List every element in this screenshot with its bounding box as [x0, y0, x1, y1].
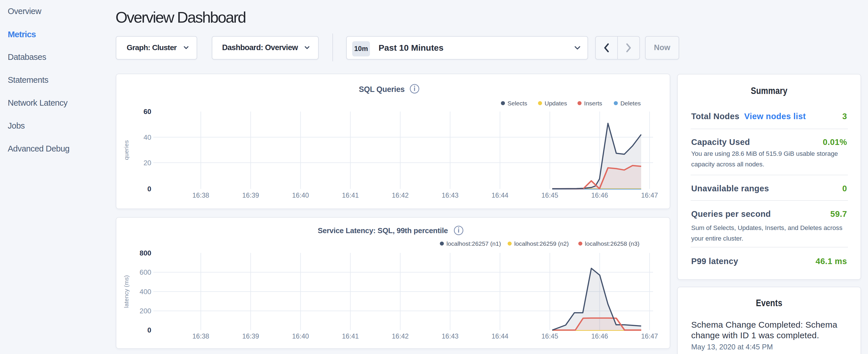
svg-text:600: 600	[140, 268, 151, 276]
svg-text:400: 400	[140, 288, 151, 296]
svg-text:16:44: 16:44	[492, 192, 508, 199]
svg-text:16:47: 16:47	[641, 332, 658, 340]
svg-text:800: 800	[140, 249, 151, 257]
svg-text:latency (ms): latency (ms)	[123, 275, 129, 308]
svg-text:Inserts: Inserts	[584, 100, 602, 106]
svg-text:localhost:26257 (n1): localhost:26257 (n1)	[446, 240, 501, 247]
svg-text:16:40: 16:40	[292, 192, 309, 199]
svg-text:queries: queries	[123, 140, 129, 160]
svg-text:16:38: 16:38	[192, 192, 209, 199]
svg-text:Updates: Updates	[545, 100, 567, 106]
svg-text:16:45: 16:45	[541, 192, 558, 199]
svg-text:16:41: 16:41	[342, 332, 359, 340]
svg-text:16:42: 16:42	[392, 192, 409, 199]
svg-text:0: 0	[147, 185, 151, 193]
svg-text:Selects: Selects	[507, 100, 527, 106]
svg-text:16:42: 16:42	[392, 332, 409, 340]
svg-text:16:41: 16:41	[342, 192, 359, 199]
svg-text:20: 20	[144, 159, 151, 167]
svg-text:16:43: 16:43	[442, 332, 459, 340]
svg-text:60: 60	[144, 108, 151, 116]
svg-text:16:38: 16:38	[192, 332, 209, 340]
svg-text:16:45: 16:45	[541, 332, 558, 340]
svg-text:16:44: 16:44	[492, 332, 508, 340]
svg-text:16:39: 16:39	[242, 332, 259, 340]
svg-text:localhost:26259 (n2): localhost:26259 (n2)	[514, 240, 568, 247]
svg-text:40: 40	[144, 133, 151, 141]
svg-text:0: 0	[147, 326, 151, 334]
svg-text:16:46: 16:46	[591, 192, 608, 199]
svg-text:16:40: 16:40	[292, 332, 309, 340]
svg-text:localhost:26258 (n3): localhost:26258 (n3)	[585, 240, 639, 247]
svg-text:16:39: 16:39	[242, 192, 259, 199]
svg-text:16:47: 16:47	[641, 192, 658, 199]
svg-text:16:46: 16:46	[591, 332, 608, 340]
svg-text:SQL Queries: SQL Queries	[359, 85, 405, 94]
svg-text:Deletes: Deletes	[620, 100, 641, 106]
svg-text:200: 200	[140, 307, 151, 315]
svg-text:16:43: 16:43	[442, 192, 459, 199]
svg-text:Service Latency: SQL, 99th per: Service Latency: SQL, 99th percentile	[318, 226, 448, 235]
